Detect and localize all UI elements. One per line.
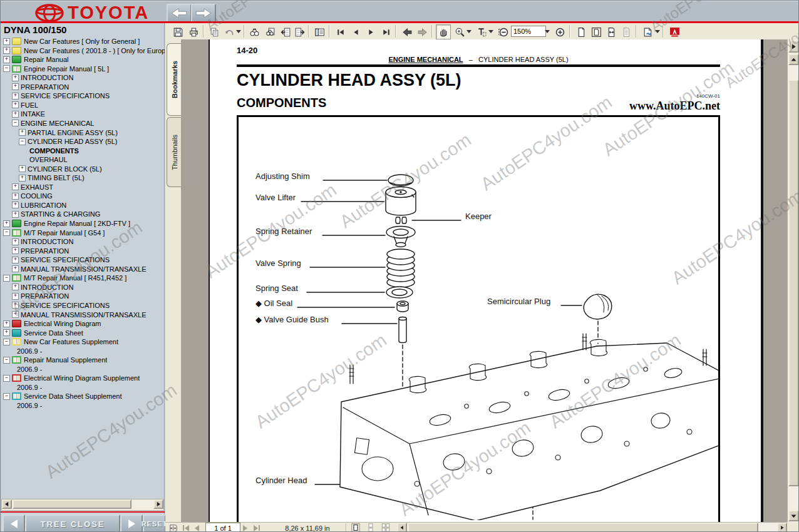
plus-expander-icon[interactable]: + [12, 257, 19, 263]
tree-item[interactable]: 2006.9 - [17, 401, 165, 410]
zoom-in-button[interactable] [552, 24, 567, 39]
plus-expander-icon[interactable]: + [12, 302, 19, 309]
scroll-left-icon[interactable] [397, 523, 407, 532]
tree-item[interactable]: −M/T Repair Manual [ G54 ] [3, 228, 165, 237]
tree-item[interactable]: +PREPARATION [12, 83, 165, 91]
tree-item[interactable]: +INTRODUCTION [12, 73, 165, 82]
navigation-pane-button[interactable] [312, 24, 327, 39]
tree-item[interactable]: −Engine Repair Manual [ 5L ] [3, 64, 165, 73]
next-page-button[interactable] [363, 24, 378, 39]
minus-expander-icon[interactable]: − [3, 229, 10, 236]
tree-item[interactable]: +PARTIAL ENGINE ASSY (5L) [19, 128, 165, 137]
tree-item[interactable]: +CYLINDER BLOCK (5L) [19, 165, 165, 173]
tree-item[interactable]: −Repair Manual Supplement [3, 356, 165, 364]
tree-item[interactable]: +PREPARATION [12, 292, 165, 300]
tree-item[interactable]: −New Car Features Supplement [3, 337, 165, 346]
tree-item[interactable]: −CYLINDER HEAD ASSY (5L) [19, 137, 165, 146]
reflow-button[interactable] [619, 24, 634, 39]
minus-expander-icon[interactable]: − [3, 65, 10, 72]
tree-item[interactable]: −Electrical Wiring Diagram Supplement [3, 374, 165, 382]
scrollbar-thumb[interactable] [13, 499, 131, 509]
next-highlight-button[interactable] [292, 24, 307, 39]
more-tools-dropdown-icon[interactable] [655, 30, 660, 33]
tree-item[interactable]: −M/T Repair Manual [ R451,R452 ] [3, 274, 165, 282]
minus-expander-icon[interactable]: − [3, 393, 10, 400]
plus-expander-icon[interactable]: + [19, 175, 26, 182]
plus-expander-icon[interactable]: + [3, 38, 10, 45]
tree-item[interactable]: 2006.9 - [17, 347, 165, 356]
reset-button[interactable]: RESET [143, 514, 166, 532]
continuous-facing-layout-icon[interactable] [381, 523, 391, 532]
sidebar-horizontal-scrollbar[interactable] [1, 499, 164, 511]
tree-close-button[interactable]: TREE CLOSE [25, 514, 120, 532]
search-button[interactable] [262, 24, 277, 39]
split-view-icon[interactable] [168, 523, 179, 532]
tree-item[interactable]: −Service Data Sheet Supplement [3, 392, 165, 401]
plus-expander-icon[interactable]: + [19, 165, 26, 172]
zoom-tool-button[interactable] [452, 24, 467, 39]
tree-item[interactable]: +New Car Features ( 2001.8 - ) [ Only fo… [3, 46, 165, 55]
scroll-left-icon[interactable] [2, 499, 12, 509]
tree-item[interactable]: OVERHAUL [29, 155, 165, 164]
last-page-status-button[interactable] [254, 523, 260, 532]
tree-item[interactable]: +Engine Repair Manual [ 2KD-FTV ] [3, 219, 165, 228]
pane-menu-icon[interactable] [788, 40, 799, 53]
plus-expander-icon[interactable]: + [12, 293, 19, 300]
hand-tool-button[interactable] [436, 24, 451, 39]
minus-expander-icon[interactable]: − [3, 375, 10, 382]
scroll-up-icon[interactable] [788, 54, 799, 65]
scrollbar-thumb[interactable] [408, 523, 758, 532]
tree-prev-button[interactable] [3, 514, 25, 532]
plus-expander-icon[interactable]: + [3, 220, 10, 227]
tree-item[interactable]: COMPONENTS [29, 146, 165, 155]
plus-expander-icon[interactable]: + [12, 202, 19, 208]
tree-item[interactable]: +MANUAL TRANSMISSION/TRANSAXLE [12, 310, 165, 319]
scroll-right-icon[interactable] [777, 523, 787, 532]
app-forward-button[interactable] [191, 4, 216, 23]
plus-expander-icon[interactable]: + [12, 284, 19, 290]
undo-button[interactable] [222, 24, 237, 39]
find-button[interactable] [247, 24, 262, 39]
fit-width-button[interactable] [604, 24, 619, 39]
tree-item[interactable]: +SERVICE SPECIFICATIONS [12, 255, 165, 264]
scroll-down-icon[interactable] [788, 510, 799, 521]
tree-item[interactable]: 2006.9 - [17, 365, 165, 374]
tree-item[interactable]: +INTRODUCTION [12, 237, 165, 246]
text-select-tool-button[interactable] [474, 24, 489, 39]
plus-expander-icon[interactable]: + [19, 129, 26, 136]
scroll-right-icon[interactable] [153, 499, 163, 509]
plus-expander-icon[interactable]: + [3, 320, 10, 327]
continuous-layout-icon[interactable] [366, 523, 376, 532]
next-view-button[interactable] [415, 24, 430, 39]
tree-item[interactable]: +PREPARATION [12, 247, 165, 255]
tree-item[interactable]: +STARTING & CHARGING [12, 210, 165, 218]
previous-page-status-button[interactable] [195, 523, 199, 532]
tree-item[interactable]: +Electrical Wiring Diagram [3, 319, 165, 328]
first-page-button[interactable] [333, 24, 348, 39]
tree-next-button[interactable] [120, 514, 143, 532]
adobe-online-button[interactable] [667, 24, 682, 39]
tree-item[interactable]: 2006.9 - [17, 383, 165, 392]
single-page-layout-icon[interactable] [351, 523, 361, 532]
undo-dropdown-icon[interactable] [236, 30, 241, 33]
scrollbar-thumb[interactable] [788, 79, 799, 486]
zoom-tool-dropdown-icon[interactable] [467, 30, 472, 33]
plus-expander-icon[interactable]: + [12, 238, 19, 245]
save-button[interactable] [170, 24, 185, 39]
minus-expander-icon[interactable]: − [19, 138, 26, 145]
copy-button[interactable] [207, 24, 222, 39]
tree-item[interactable]: +FUEL [12, 101, 165, 110]
first-page-status-button[interactable] [183, 523, 189, 532]
plus-expander-icon[interactable]: + [3, 56, 10, 63]
minus-expander-icon[interactable]: − [12, 120, 19, 126]
minus-expander-icon[interactable]: − [3, 357, 10, 364]
plus-expander-icon[interactable]: + [12, 311, 19, 318]
tree-item[interactable]: +COOLING [12, 192, 165, 200]
tab-thumbnails[interactable]: Thumbnails [167, 117, 182, 187]
plus-expander-icon[interactable]: + [12, 74, 19, 81]
plus-expander-icon[interactable]: + [12, 211, 19, 218]
zoom-level-dropdown-icon[interactable] [545, 30, 550, 33]
tree-item[interactable]: +TIMING BELT (5L) [19, 173, 165, 182]
plus-expander-icon[interactable]: + [12, 101, 19, 108]
horizontal-scrollbar[interactable] [397, 523, 787, 532]
